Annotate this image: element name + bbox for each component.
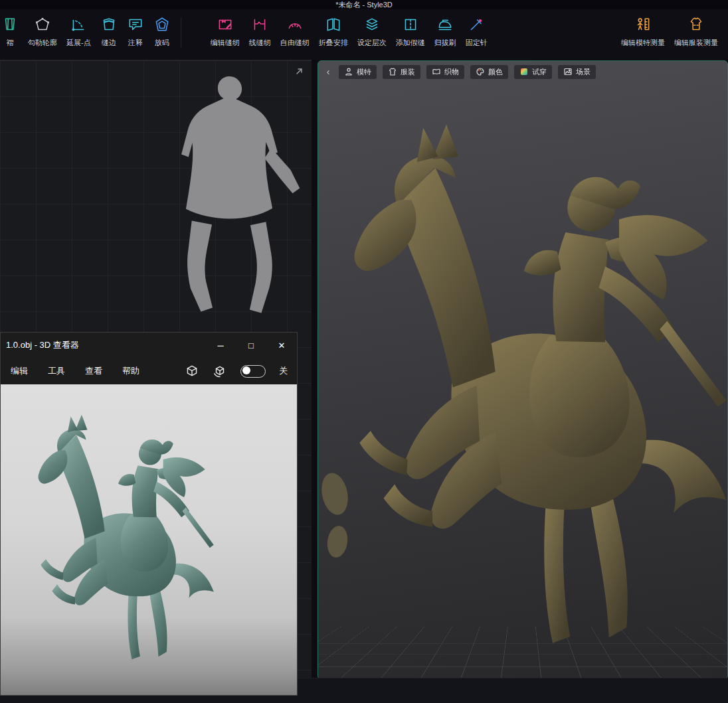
toolbar-item-seam-edge[interactable]: 缝边 — [96, 16, 122, 48]
pleat-icon — [1, 16, 19, 33]
toolbar-item-label: 褶 — [7, 38, 14, 48]
tab-scene[interactable]: 场景 — [558, 65, 596, 79]
annotate-icon — [127, 16, 144, 33]
tab-color[interactable]: 颜色 — [470, 65, 508, 79]
viewer-window-controls: ─ □ ✕ — [205, 333, 297, 358]
toolbar-item-label: 添加假缝 — [396, 38, 425, 48]
viewer-menu-icons: 关 — [185, 364, 297, 378]
toolbar-group-sewing: 编辑缝纫 线缝纫 自由缝纫 折叠安排 设定层次 — [209, 16, 492, 48]
viewer-3d-canvas[interactable] — [1, 384, 297, 695]
toolbar-item-press-brush[interactable]: 归拔刷 — [430, 16, 461, 48]
pin-icon — [468, 16, 485, 33]
extend-point-icon — [70, 16, 87, 33]
toolbar-item-edit-sewing[interactable]: 编辑缝纫 — [209, 16, 244, 48]
window-title: *未命名 - Style3D — [335, 0, 393, 9]
tab-garment[interactable]: 服装 — [383, 65, 420, 79]
toolbar-item-label: 缝边 — [102, 38, 116, 48]
collapse-tabbar-button[interactable]: ‹ — [323, 64, 333, 79]
toolbar-item-label: 编辑服装测量 — [674, 38, 718, 48]
toolbar-item-label: 归拔刷 — [434, 38, 456, 48]
color-icon — [476, 67, 485, 76]
toolbar-item-add-baste[interactable]: 添加假缝 — [391, 16, 430, 48]
warrior-horse-model-viewer[interactable] — [19, 390, 220, 668]
toolbar-group-measure: 编辑模特测量 编辑服装测量 — [620, 16, 723, 48]
minimize-button[interactable]: ─ — [205, 333, 236, 358]
seam-edge-icon — [100, 16, 118, 33]
expand-panel-icon[interactable] — [293, 66, 305, 78]
toolbar-item-label: 勾勒轮廓 — [28, 38, 57, 48]
app-titlebar: *未命名 - Style3D — [0, 0, 728, 9]
toolbar-group-pattern: 褶 勾勒轮廓 延展-点 缝边 注释 — [0, 16, 175, 48]
toolbar-item-outline[interactable]: 勾勒轮廓 — [23, 16, 62, 48]
garment-icon — [388, 67, 397, 76]
line-sewing-icon — [251, 16, 268, 33]
fabric-icon — [432, 67, 441, 76]
menu-view[interactable]: 查看 — [75, 365, 112, 377]
viewport-3d-panel[interactable]: ‹ 模特 服装 织物 颜色 试穿 — [318, 60, 728, 680]
toolbar-item-label: 固定针 — [466, 38, 488, 48]
free-sewing-icon — [286, 16, 304, 33]
edit-sewing-icon — [217, 16, 234, 33]
grading-icon — [153, 16, 171, 33]
tab-label: 模特 — [357, 67, 371, 77]
toolbar-item-label: 延展-点 — [66, 38, 91, 48]
viewer-titlebar[interactable]: 1.0.obj - 3D 查看器 ─ □ ✕ — [1, 333, 297, 358]
toolbar-item-extend-point[interactable]: 延展-点 — [62, 16, 96, 48]
set-layer-icon — [363, 16, 381, 33]
toolbar-item-edit-garment-measure[interactable]: 编辑服装测量 — [670, 16, 723, 48]
view-cube-icon[interactable] — [185, 364, 199, 378]
toolbar-divider — [181, 17, 181, 48]
toolbar-item-label: 折叠安排 — [319, 38, 348, 48]
toolbar-item-line-sewing[interactable]: 线缝纫 — [244, 16, 276, 48]
fold-arrange-icon — [325, 16, 342, 33]
press-brush-icon — [436, 16, 454, 33]
toolbar-item-grading[interactable]: 放码 — [149, 16, 175, 48]
toggle-state-label: 关 — [279, 365, 288, 377]
tab-label: 试穿 — [532, 67, 547, 77]
viewer-window-title: 1.0.obj - 3D 查看器 — [6, 339, 79, 351]
toolbar-item-pin[interactable]: 固定针 — [461, 16, 492, 48]
tab-model[interactable]: 模特 — [339, 65, 377, 79]
viewer-menubar: 编辑 工具 查看 帮助 关 — [1, 358, 297, 384]
toolbar-item-label: 线缝纫 — [249, 38, 271, 48]
toolbar-item-label: 编辑模特测量 — [621, 38, 665, 48]
toolbar-item-label: 注释 — [128, 38, 143, 48]
pattern-silhouette[interactable] — [151, 71, 308, 331]
scene-icon — [563, 67, 573, 76]
toolbar-item-fold-arrange[interactable]: 折叠安排 — [314, 16, 353, 48]
maximize-button[interactable]: □ — [236, 333, 266, 358]
shading-toggle[interactable] — [240, 365, 266, 378]
tab-label: 服装 — [401, 67, 415, 77]
toolbar-item-edit-model-measure[interactable]: 编辑模特测量 — [620, 16, 670, 48]
menu-tools[interactable]: 工具 — [38, 365, 75, 377]
outline-icon — [34, 16, 51, 33]
tab-label: 场景 — [576, 67, 591, 77]
toolbar-item-label: 设定层次 — [357, 38, 387, 48]
obj-viewer-window: 1.0.obj - 3D 查看器 ─ □ ✕ 编辑 工具 查看 帮助 关 — [0, 332, 298, 696]
edit-garment-measure-icon — [687, 16, 705, 33]
toolbar-item-set-layer[interactable]: 设定层次 — [353, 16, 391, 48]
model-icon — [344, 67, 353, 76]
warrior-horse-model-3d[interactable] — [318, 72, 728, 663]
tab-label: 织物 — [444, 67, 459, 77]
close-button[interactable]: ✕ — [266, 333, 297, 358]
toolbar-item-label: 放码 — [155, 38, 169, 48]
tab-label: 颜色 — [488, 67, 503, 77]
rotate-cube-icon[interactable] — [213, 364, 227, 378]
tab-fabric[interactable]: 织物 — [426, 65, 464, 79]
toolbar-item-label: 自由缝纫 — [280, 38, 310, 48]
viewport-tabbar: ‹ 模特 服装 织物 颜色 试穿 — [323, 64, 596, 79]
toolbar-item-annotate[interactable]: 注释 — [122, 16, 149, 48]
main-toolbar: 褶 勾勒轮廓 延展-点 缝边 注释 — [0, 9, 728, 60]
toggle-knob — [242, 366, 250, 374]
toolbar-item-free-sewing[interactable]: 自由缝纫 — [276, 16, 314, 48]
toolbar-item-label: 编辑缝纫 — [211, 38, 240, 48]
toolbar-item-pleat[interactable]: 褶 — [0, 16, 23, 48]
add-baste-icon — [402, 16, 419, 33]
menu-help[interactable]: 帮助 — [112, 365, 149, 377]
tab-tryon[interactable]: 试穿 — [514, 65, 552, 79]
edit-model-measure-icon — [634, 16, 652, 33]
menu-edit[interactable]: 编辑 — [1, 365, 38, 377]
tryon-icon — [519, 67, 529, 76]
